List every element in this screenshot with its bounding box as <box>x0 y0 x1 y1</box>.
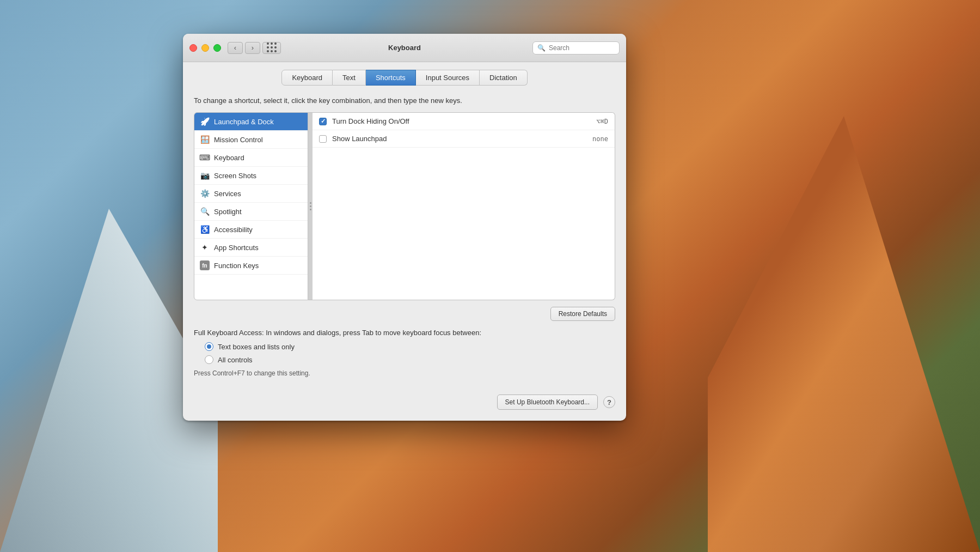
close-button[interactable] <box>189 44 197 52</box>
sidebar-item-keyboard-label: Keyboard <box>214 154 244 162</box>
bt-keyboard-button[interactable]: Set Up Bluetooth Keyboard... <box>497 395 598 410</box>
tab-input-sources[interactable]: Input Sources <box>416 70 480 86</box>
mission-control-icon: 🪟 <box>200 135 210 144</box>
sidebar-item-launchpad-dock[interactable]: 🚀 Launchpad & Dock <box>194 113 308 131</box>
radio-inner-text-boxes <box>207 344 211 349</box>
titlebar: ‹ › Keyboard 🔍 <box>183 34 626 62</box>
sidebar-item-services-label: Services <box>214 190 241 198</box>
forward-button[interactable]: › <box>245 42 260 54</box>
shortcut-row-turn-dock-hiding: ✓ Turn Dock Hiding On/Off ⌥⌘D <box>313 113 615 130</box>
grid-view-button[interactable] <box>262 42 281 54</box>
spotlight-icon: 🔍 <box>200 207 210 216</box>
search-icon: 🔍 <box>537 44 546 52</box>
grid-icon <box>267 43 277 53</box>
check-mark: ✓ <box>321 118 326 125</box>
shortcut-checkbox-show-launchpad[interactable] <box>319 135 327 143</box>
restore-defaults-row: Restore Defaults <box>194 307 615 321</box>
shortcut-checkbox-turn-dock-hiding[interactable]: ✓ <box>319 118 327 125</box>
bottom-section: Restore Defaults Full Keyboard Access: I… <box>194 307 615 410</box>
back-button[interactable]: ‹ <box>228 42 243 54</box>
radio-label-text-boxes: Text boxes and lists only <box>218 343 295 351</box>
splitter-dots <box>310 202 311 210</box>
nav-buttons: ‹ › <box>228 42 260 54</box>
tab-text[interactable]: Text <box>333 70 366 86</box>
minimize-button[interactable] <box>201 44 209 52</box>
search-box[interactable]: 🔍 <box>532 41 620 54</box>
shortcut-name-show-launchpad: Show Launchpad <box>332 135 587 143</box>
sidebar-item-screen-shots[interactable]: 📷 Screen Shots <box>194 167 308 185</box>
sidebar-item-app-shortcuts-label: App Shortcuts <box>214 244 259 252</box>
radio-circle-text-boxes <box>205 342 213 351</box>
tab-shortcuts[interactable]: Shortcuts <box>366 70 416 86</box>
shortcuts-panel: ✓ Turn Dock Hiding On/Off ⌥⌘D Show Launc… <box>313 112 615 300</box>
sidebar-item-mission-control-label: Mission Control <box>214 136 263 144</box>
instruction-text: To change a shortcut, select it, click t… <box>194 96 615 105</box>
accessibility-icon: ♿ <box>200 225 210 234</box>
sidebar-item-services[interactable]: ⚙️ Services <box>194 185 308 203</box>
panel-splitter[interactable] <box>308 112 313 300</box>
tab-keyboard[interactable]: Keyboard <box>281 70 333 86</box>
sidebar-item-accessibility-label: Accessibility <box>214 226 253 234</box>
radio-group: Text boxes and lists only All controls <box>205 342 615 364</box>
tab-dictation[interactable]: Dictation <box>480 70 528 86</box>
sidebar-item-function-keys-label: Function Keys <box>214 262 259 270</box>
sidebar-item-screen-shots-label: Screen Shots <box>214 172 256 180</box>
tabs-bar: Keyboard Text Shortcuts Input Sources Di… <box>183 62 626 91</box>
search-input[interactable] <box>549 44 615 52</box>
full-kb-label: Full Keyboard Access: In windows and dia… <box>194 329 615 337</box>
traffic-lights <box>189 44 221 52</box>
sidebar-item-launchpad-dock-label: Launchpad & Dock <box>214 118 274 126</box>
shortcut-key-show-launchpad: none <box>592 135 608 143</box>
full-kb-section: Full Keyboard Access: In windows and dia… <box>194 329 615 377</box>
sidebar-item-spotlight-label: Spotlight <box>214 208 242 216</box>
main-panel: 🚀 Launchpad & Dock 🪟 Mission Control ⌨ K… <box>194 112 615 300</box>
keyboard-preferences-window: ‹ › Keyboard 🔍 Keyboard Text Shortcuts I… <box>183 34 626 421</box>
launchpad-dock-icon: 🚀 <box>200 117 210 126</box>
radio-circle-all-controls <box>205 355 213 364</box>
shortcut-key-turn-dock-hiding: ⌥⌘D <box>596 118 608 125</box>
sidebar-item-mission-control[interactable]: 🪟 Mission Control <box>194 131 308 149</box>
screen-shots-icon: 📷 <box>200 171 210 180</box>
window-title: Keyboard <box>388 44 421 52</box>
radio-all-controls[interactable]: All controls <box>205 355 615 364</box>
sidebar-item-accessibility[interactable]: ♿ Accessibility <box>194 221 308 239</box>
hint-text: Press Control+F7 to change this setting. <box>194 369 615 377</box>
function-keys-icon: fn <box>200 260 210 270</box>
maximize-button[interactable] <box>213 44 221 52</box>
services-icon: ⚙️ <box>200 189 210 198</box>
footer-row: Set Up Bluetooth Keyboard... ? <box>194 395 615 410</box>
shortcut-name-turn-dock-hiding: Turn Dock Hiding On/Off <box>332 117 591 125</box>
sidebar-item-keyboard[interactable]: ⌨ Keyboard <box>194 149 308 167</box>
sidebar-item-spotlight[interactable]: 🔍 Spotlight <box>194 203 308 221</box>
shortcut-row-show-launchpad: Show Launchpad none <box>313 130 615 148</box>
help-button[interactable]: ? <box>603 396 615 408</box>
content-area: To change a shortcut, select it, click t… <box>183 91 626 421</box>
sidebar-item-function-keys[interactable]: fn Function Keys <box>194 257 308 275</box>
sidebar-item-app-shortcuts[interactable]: ✦ App Shortcuts <box>194 239 308 257</box>
keyboard-icon: ⌨ <box>200 153 210 162</box>
app-shortcuts-icon: ✦ <box>200 242 210 252</box>
radio-label-all-controls: All controls <box>218 356 253 364</box>
sidebar: 🚀 Launchpad & Dock 🪟 Mission Control ⌨ K… <box>194 112 308 300</box>
restore-defaults-button[interactable]: Restore Defaults <box>550 307 615 321</box>
radio-text-boxes[interactable]: Text boxes and lists only <box>205 342 615 351</box>
